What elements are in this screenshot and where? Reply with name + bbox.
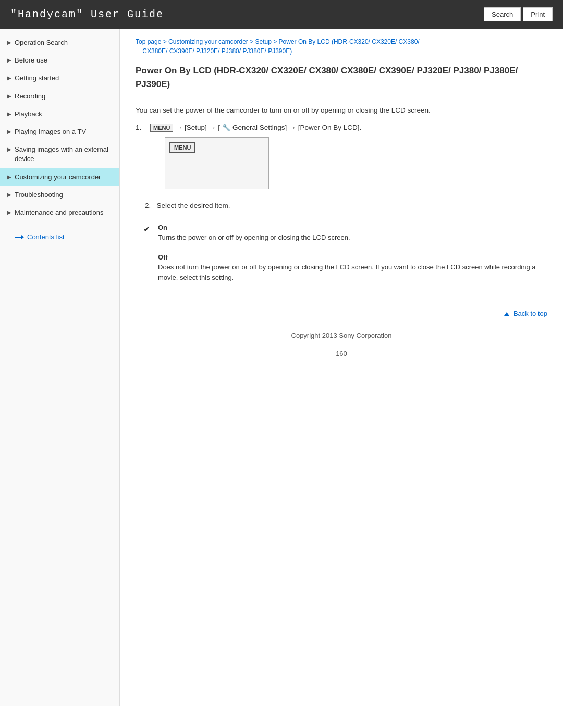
sidebar-label: Before use	[15, 56, 47, 65]
step-1-number: 1.	[136, 124, 146, 131]
options-table: ✔ On Turns the power on or off by openin…	[136, 218, 547, 289]
option-off-desc: Does not turn the power on or off by ope…	[158, 262, 540, 282]
arrow-icon: ▶	[7, 146, 11, 153]
sidebar-label: Customizing your camcorder	[15, 172, 101, 182]
sidebar-label: Operation Search	[15, 38, 68, 47]
step-2: 2. Select the desired item.	[136, 202, 547, 209]
page-header: "Handycam" User Guide Search Print	[0, 0, 563, 29]
site-title: "Handycam" User Guide	[10, 8, 164, 20]
sidebar-item-playback[interactable]: ▶ Playback	[0, 105, 119, 123]
contents-link-label: Contents list	[27, 233, 65, 241]
menu-button-visual: MENU	[169, 142, 195, 153]
step-1-content: MENU → [Setup] → [🔧General Settings] → […	[150, 124, 547, 194]
sidebar-item-saving-images[interactable]: ▶ Saving images with an external device	[0, 141, 119, 168]
step-1-instruction: MENU → [Setup] → [🔧General Settings] → […	[150, 124, 547, 132]
arrow-icon: ▶	[7, 57, 11, 64]
bracket-open: [	[218, 124, 220, 131]
option-on-content: On Turns the power on or off by opening …	[158, 224, 350, 243]
sidebar-label: Playing images on a TV	[15, 127, 86, 137]
option-on-desc: Turns the power on or off by opening or …	[158, 232, 350, 243]
intro-paragraph: You can set the power of the camcorder t…	[136, 105, 547, 116]
sidebar-item-playing-images-tv[interactable]: ▶ Playing images on a TV	[0, 123, 119, 141]
sidebar-item-troubleshooting[interactable]: ▶ Troubleshooting	[0, 186, 119, 204]
page-title: Power On By LCD (HDR-CX320/ CX320E/ CX38…	[136, 64, 547, 96]
breadcrumb-top[interactable]: Top page	[136, 38, 161, 45]
sidebar-item-customizing[interactable]: ▶ Customizing your camcorder	[0, 168, 119, 186]
option-row-off: ✔ Off Does not turn the power on or off …	[136, 248, 547, 288]
sidebar-label: Saving images with an external device	[15, 145, 112, 164]
menu-screenshot: MENU	[165, 137, 269, 189]
sidebar-label: Maintenance and precautions	[15, 208, 104, 217]
contents-list-link[interactable]: Contents list	[7, 228, 112, 246]
header-actions: Search Print	[484, 7, 553, 21]
copyright: Copyright 2013 Sony Corporation	[136, 323, 547, 344]
sidebar-label: Playback	[15, 109, 42, 119]
option-off-label: Off	[158, 253, 540, 261]
arrow-symbol-2: →	[209, 124, 216, 131]
sidebar-item-maintenance[interactable]: ▶ Maintenance and precautions	[0, 204, 119, 221]
sidebar-label: Getting started	[15, 73, 59, 83]
sidebar-item-getting-started[interactable]: ▶ Getting started	[0, 69, 119, 87]
sidebar: ▶ Operation Search ▶ Before use ▶ Gettin…	[0, 29, 120, 706]
back-to-top-link[interactable]: Back to top	[504, 310, 547, 317]
arrow-icon: ▶	[7, 191, 11, 199]
option-off-content: Off Does not turn the power on or off by…	[158, 253, 540, 282]
arrow-icon: ▶	[7, 110, 11, 118]
power-on-lcd-text: [Power On By LCD].	[298, 124, 362, 131]
arrow-icon: ▶	[7, 128, 11, 135]
sidebar-item-operation-search[interactable]: ▶ Operation Search	[0, 34, 119, 52]
sidebar-label: Troubleshooting	[15, 190, 63, 200]
breadcrumb-setup[interactable]: Setup	[255, 38, 271, 45]
arrow-icon: ▶	[7, 209, 11, 216]
option-on-label: On	[158, 224, 350, 231]
breadcrumb: Top page > Customizing your camcorder > …	[136, 37, 547, 56]
print-button[interactable]: Print	[523, 7, 553, 21]
breadcrumb-customizing[interactable]: Customizing your camcorder	[168, 38, 248, 45]
checkmark-icon: ✔	[143, 224, 153, 234]
arrow-symbol: →	[175, 124, 182, 131]
arrow-icon: ▶	[7, 174, 11, 181]
arrow-icon: ▶	[7, 39, 11, 46]
sidebar-item-recording[interactable]: ▶ Recording	[0, 88, 119, 105]
step-setup-text: [Setup]	[185, 124, 207, 131]
step-2-text: Select the desired item.	[157, 202, 230, 209]
footer-links: Back to top	[136, 304, 547, 317]
sidebar-label: Recording	[15, 92, 45, 101]
arrow-symbol-3: →	[289, 124, 296, 131]
triangle-up-icon	[504, 312, 509, 316]
option-row-on: ✔ On Turns the power on or off by openin…	[136, 218, 547, 249]
back-to-top-label: Back to top	[513, 310, 547, 317]
main-layout: ▶ Operation Search ▶ Before use ▶ Gettin…	[0, 29, 563, 706]
step-1: 1. MENU → [Setup] → [🔧General Settings] …	[136, 124, 547, 194]
arrow-icon: ▶	[7, 75, 11, 82]
wrench-icon: 🔧	[222, 124, 230, 131]
arrow-icon: ▶	[7, 93, 11, 100]
search-button[interactable]: Search	[484, 7, 521, 21]
general-settings-text: General Settings]	[232, 124, 287, 131]
step-2-number: 2.	[145, 202, 155, 209]
page-number: 160	[136, 344, 547, 363]
main-content: Top page > Customizing your camcorder > …	[120, 29, 563, 706]
content-body: You can set the power of the camcorder t…	[136, 105, 547, 116]
arrow-right-icon	[15, 235, 24, 240]
sidebar-item-before-use[interactable]: ▶ Before use	[0, 52, 119, 69]
menu-tag: MENU	[150, 124, 173, 132]
